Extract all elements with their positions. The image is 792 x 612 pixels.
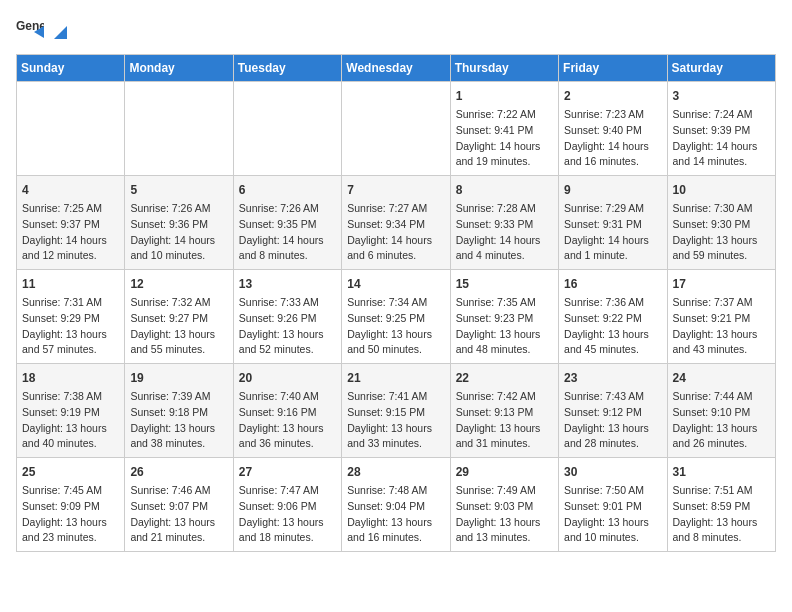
header-row: SundayMondayTuesdayWednesdayThursdayFrid…: [17, 55, 776, 82]
day-info: and 31 minutes.: [456, 436, 553, 452]
day-info: Sunset: 9:41 PM: [456, 123, 553, 139]
day-info: and 21 minutes.: [130, 530, 227, 546]
day-info: Sunrise: 7:24 AM: [673, 107, 770, 123]
day-info: Sunrise: 7:33 AM: [239, 295, 336, 311]
calendar-cell: 26Sunrise: 7:46 AMSunset: 9:07 PMDayligh…: [125, 458, 233, 552]
day-info: Daylight: 13 hours: [673, 233, 770, 249]
day-info: Sunrise: 7:49 AM: [456, 483, 553, 499]
day-info: Sunrise: 7:29 AM: [564, 201, 661, 217]
day-info: Sunset: 9:22 PM: [564, 311, 661, 327]
day-info: Sunrise: 7:45 AM: [22, 483, 119, 499]
day-info: Sunrise: 7:50 AM: [564, 483, 661, 499]
day-number: 28: [347, 463, 444, 481]
day-info: Sunrise: 7:36 AM: [564, 295, 661, 311]
header-cell-thursday: Thursday: [450, 55, 558, 82]
day-info: Sunset: 9:31 PM: [564, 217, 661, 233]
day-number: 21: [347, 369, 444, 387]
calendar-week-row: 18Sunrise: 7:38 AMSunset: 9:19 PMDayligh…: [17, 364, 776, 458]
day-info: Sunset: 9:29 PM: [22, 311, 119, 327]
calendar-cell: [125, 82, 233, 176]
day-info: and 50 minutes.: [347, 342, 444, 358]
day-number: 7: [347, 181, 444, 199]
day-info: Sunrise: 7:32 AM: [130, 295, 227, 311]
day-info: Sunrise: 7:22 AM: [456, 107, 553, 123]
day-info: and 8 minutes.: [239, 248, 336, 264]
day-info: Daylight: 13 hours: [130, 421, 227, 437]
day-info: Sunrise: 7:40 AM: [239, 389, 336, 405]
day-info: Sunset: 9:40 PM: [564, 123, 661, 139]
day-info: Daylight: 13 hours: [347, 515, 444, 531]
day-number: 6: [239, 181, 336, 199]
calendar-cell: 15Sunrise: 7:35 AMSunset: 9:23 PMDayligh…: [450, 270, 558, 364]
day-info: Daylight: 13 hours: [456, 421, 553, 437]
calendar-cell: [17, 82, 125, 176]
day-number: 30: [564, 463, 661, 481]
calendar-week-row: 4Sunrise: 7:25 AMSunset: 9:37 PMDaylight…: [17, 176, 776, 270]
day-info: Sunset: 9:23 PM: [456, 311, 553, 327]
day-info: Daylight: 13 hours: [456, 515, 553, 531]
calendar-cell: 8Sunrise: 7:28 AMSunset: 9:33 PMDaylight…: [450, 176, 558, 270]
day-info: Daylight: 13 hours: [673, 421, 770, 437]
calendar-cell: 7Sunrise: 7:27 AMSunset: 9:34 PMDaylight…: [342, 176, 450, 270]
day-info: and 43 minutes.: [673, 342, 770, 358]
day-info: Sunset: 9:36 PM: [130, 217, 227, 233]
header: General: [16, 16, 776, 44]
day-info: Sunrise: 7:23 AM: [564, 107, 661, 123]
day-info: Sunset: 9:10 PM: [673, 405, 770, 421]
day-number: 27: [239, 463, 336, 481]
calendar-cell: 25Sunrise: 7:45 AMSunset: 9:09 PMDayligh…: [17, 458, 125, 552]
day-info: Daylight: 13 hours: [347, 421, 444, 437]
day-info: and 52 minutes.: [239, 342, 336, 358]
day-info: Daylight: 13 hours: [564, 515, 661, 531]
day-info: Sunset: 9:39 PM: [673, 123, 770, 139]
day-info: Sunset: 9:16 PM: [239, 405, 336, 421]
day-info: Daylight: 14 hours: [564, 139, 661, 155]
day-info: Daylight: 13 hours: [564, 421, 661, 437]
calendar-cell: 23Sunrise: 7:43 AMSunset: 9:12 PMDayligh…: [559, 364, 667, 458]
day-number: 2: [564, 87, 661, 105]
day-info: Sunrise: 7:51 AM: [673, 483, 770, 499]
day-number: 29: [456, 463, 553, 481]
day-info: Daylight: 13 hours: [456, 327, 553, 343]
day-info: and 13 minutes.: [456, 530, 553, 546]
day-info: Sunrise: 7:26 AM: [239, 201, 336, 217]
day-info: Sunrise: 7:39 AM: [130, 389, 227, 405]
day-info: Sunrise: 7:26 AM: [130, 201, 227, 217]
day-info: Daylight: 14 hours: [130, 233, 227, 249]
day-info: and 23 minutes.: [22, 530, 119, 546]
day-info: and 10 minutes.: [564, 530, 661, 546]
day-info: and 18 minutes.: [239, 530, 336, 546]
day-info: Sunrise: 7:42 AM: [456, 389, 553, 405]
calendar-cell: 2Sunrise: 7:23 AMSunset: 9:40 PMDaylight…: [559, 82, 667, 176]
day-info: Sunrise: 7:27 AM: [347, 201, 444, 217]
day-info: Daylight: 13 hours: [22, 515, 119, 531]
day-info: and 59 minutes.: [673, 248, 770, 264]
calendar-cell: 31Sunrise: 7:51 AMSunset: 8:59 PMDayligh…: [667, 458, 775, 552]
day-info: and 28 minutes.: [564, 436, 661, 452]
day-info: Sunset: 9:33 PM: [456, 217, 553, 233]
day-info: Sunset: 9:18 PM: [130, 405, 227, 421]
day-info: Sunrise: 7:41 AM: [347, 389, 444, 405]
day-info: Sunset: 9:30 PM: [673, 217, 770, 233]
day-info: Sunrise: 7:37 AM: [673, 295, 770, 311]
calendar-cell: 19Sunrise: 7:39 AMSunset: 9:18 PMDayligh…: [125, 364, 233, 458]
calendar-cell: 24Sunrise: 7:44 AMSunset: 9:10 PMDayligh…: [667, 364, 775, 458]
day-info: and 16 minutes.: [564, 154, 661, 170]
calendar-cell: 11Sunrise: 7:31 AMSunset: 9:29 PMDayligh…: [17, 270, 125, 364]
day-info: and 57 minutes.: [22, 342, 119, 358]
day-info: Sunset: 9:13 PM: [456, 405, 553, 421]
day-info: Daylight: 14 hours: [239, 233, 336, 249]
day-number: 11: [22, 275, 119, 293]
calendar-cell: 9Sunrise: 7:29 AMSunset: 9:31 PMDaylight…: [559, 176, 667, 270]
calendar-cell: [233, 82, 341, 176]
calendar-week-row: 11Sunrise: 7:31 AMSunset: 9:29 PMDayligh…: [17, 270, 776, 364]
day-info: Sunset: 9:27 PM: [130, 311, 227, 327]
day-number: 16: [564, 275, 661, 293]
day-number: 22: [456, 369, 553, 387]
day-info: Sunrise: 7:25 AM: [22, 201, 119, 217]
day-info: Sunset: 9:07 PM: [130, 499, 227, 515]
day-number: 26: [130, 463, 227, 481]
day-info: Sunrise: 7:34 AM: [347, 295, 444, 311]
header-cell-sunday: Sunday: [17, 55, 125, 82]
day-info: Daylight: 13 hours: [347, 327, 444, 343]
